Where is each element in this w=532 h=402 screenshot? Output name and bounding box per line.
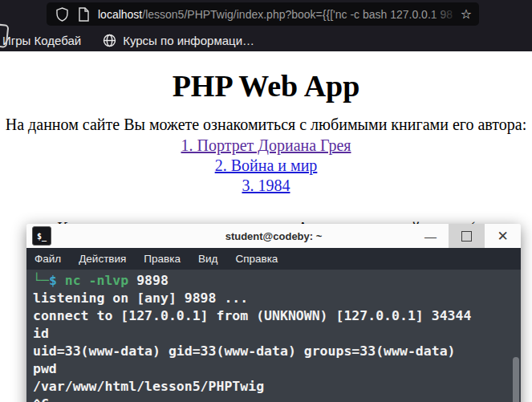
maximize-button[interactable] (449, 224, 485, 248)
terminal-line: listening on [any] 9898 ... (33, 290, 521, 307)
terminal-text-segment: 9898 (128, 273, 169, 288)
menu-help[interactable]: Справка (226, 253, 286, 265)
scrollbar-thumb[interactable] (513, 357, 519, 402)
url-fade-overlay (430, 8, 459, 21)
terminal-output: └─$ nc -nlvp 9898listening on [any] 9898… (33, 272, 521, 402)
terminal-line: pwd (33, 360, 521, 378)
bookmark-label: Игры Кодебай (2, 34, 81, 47)
address-bar[interactable]: localhost/lesson5/PHPTwig/index.php?book… (47, 2, 479, 26)
globe-icon (103, 34, 116, 47)
page-info-icon[interactable] (78, 7, 90, 22)
terminal-line: id (33, 325, 521, 343)
shield-icon[interactable] (55, 7, 69, 22)
close-button[interactable]: ✕ (485, 224, 521, 248)
terminal-window: $_ student@codeby: ~ — ✕ Файл Действия П… (26, 224, 521, 402)
url-text[interactable]: localhost/lesson5/PHPTwig/index.php?book… (98, 8, 459, 21)
terminal-text-segment: pwd (33, 361, 57, 376)
menu-actions[interactable]: Действия (70, 253, 135, 265)
terminal-text-segment: nc -nlvp (65, 273, 128, 288)
close-icon: ✕ (497, 228, 508, 245)
window-controls: — ✕ (412, 224, 521, 248)
terminal-text-segment: └─ (33, 273, 49, 288)
terminal-line: └─$ nc -nlvp 9898 (33, 272, 521, 290)
book-link-3[interactable]: 3. 1984 (0, 176, 532, 196)
browser-chrome: localhost/lesson5/PHPTwig/index.php?book… (0, 0, 532, 51)
terminal-text-segment: connect to [127.0.0.1] from (UNKNOWN) [1… (33, 308, 471, 323)
terminal-text-segment: /var/www/html/lesson5/PHPTwig (33, 379, 264, 394)
terminal-titlebar[interactable]: $_ student@codeby: ~ — ✕ (26, 224, 521, 248)
bookmark-label: Курсы по информаци… (123, 34, 254, 47)
terminal-scrollbar[interactable] (512, 270, 520, 402)
book-link-2[interactable]: 2. Война и мир (0, 156, 532, 176)
url-host: localhost (98, 8, 142, 21)
page-title: PHP Web App (0, 68, 532, 104)
book-links: 1. Портрет Дориана Грея 2. Война и мир 3… (0, 136, 532, 196)
minimize-button[interactable]: — (412, 224, 449, 248)
terminal-text-segment: listening on [any] 9898 ... (33, 290, 248, 306)
terminal-menubar: Файл Действия Правка Вид Справка (26, 248, 521, 270)
bookmark-star-icon[interactable]: ☆ (461, 2, 472, 26)
terminal-app-icon: $_ (32, 226, 51, 246)
menu-view[interactable]: Вид (189, 253, 226, 265)
minimize-icon: — (424, 229, 437, 243)
url-path: /lesson5/PHPTwig/index.php?book={{['nc -… (142, 8, 453, 21)
bookmark-item-kodebay[interactable]: Игры Кодебай (2, 34, 81, 47)
terminal-text-segment: ^C (33, 396, 49, 402)
terminal-line: connect to [127.0.0.1] from (UNKNOWN) [1… (33, 307, 521, 325)
screenshot-root: { "browser": { "url": { "host": "localho… (0, 0, 532, 402)
book-link-1[interactable]: 1. Портрет Дориана Грея (0, 136, 532, 156)
terminal-line: /var/www/html/lesson5/PHPTwig (33, 378, 521, 396)
terminal-text-segment: uid=33(www-data) gid=33(www-data) groups… (33, 343, 456, 359)
terminal-text-segment: id (33, 326, 49, 341)
maximize-icon (461, 231, 472, 242)
menu-edit[interactable]: Правка (135, 253, 189, 265)
bookmarks-bar: Игры Кодебай Курсы по информаци… (0, 29, 532, 51)
terminal-body[interactable]: └─$ nc -nlvp 9898listening on [any] 9898… (26, 270, 521, 402)
bookmark-item-courses[interactable]: Курсы по информаци… (103, 34, 254, 47)
terminal-line: uid=33(www-data) gid=33(www-data) groups… (33, 343, 521, 360)
menu-file[interactable]: Файл (26, 253, 70, 265)
intro-text: На данном сайте Вы можете ознакомиться с… (0, 116, 532, 134)
terminal-text-segment: $ (49, 273, 65, 288)
browser-toolbar: localhost/lesson5/PHPTwig/index.php?book… (0, 0, 532, 29)
terminal-line: ^C (33, 396, 521, 402)
